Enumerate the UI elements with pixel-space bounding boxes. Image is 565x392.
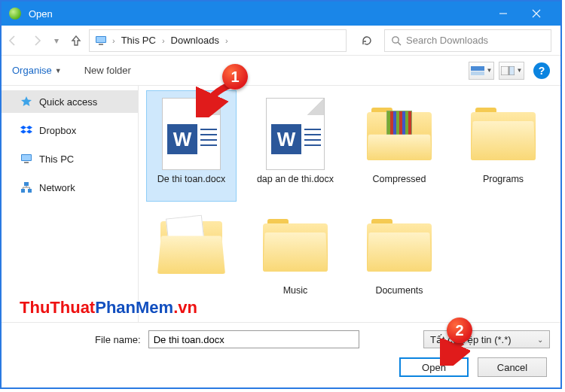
star-icon	[20, 95, 33, 108]
close-button[interactable]	[520, 2, 553, 26]
watermark: ThuThuatPhanMem.vn	[20, 298, 197, 318]
preview-pane-button[interactable]: ▼	[499, 62, 524, 80]
search-input[interactable]: Search Downloads	[384, 29, 551, 52]
minimize-button[interactable]	[487, 2, 520, 26]
svg-rect-5	[99, 44, 103, 45]
open-dialog: Open ▾ › This PC › Downloads › Search Do…	[2, 2, 560, 387]
forward-button[interactable]	[26, 29, 48, 52]
file-item[interactable]: Documents	[354, 202, 444, 313]
file-label: Compressed	[370, 172, 429, 187]
file-item[interactable]: Programs	[458, 90, 548, 202]
svg-rect-9	[471, 71, 484, 75]
file-item[interactable]	[146, 202, 237, 313]
sidebar-item-network[interactable]: Network	[2, 176, 138, 199]
up-button[interactable]	[65, 29, 87, 52]
annotation-badge-2: 2	[447, 318, 472, 343]
file-item[interactable]: W dap an de thi.docx	[250, 90, 341, 202]
chevron-down-icon: ▼	[517, 67, 523, 74]
file-grid: W De thi toan.docx W dap an de thi.docx …	[139, 86, 560, 322]
file-label: De thi toan.docx	[154, 172, 228, 187]
svg-rect-16	[21, 189, 25, 193]
chevron-right-icon: ›	[159, 36, 168, 45]
chevron-right-icon: ›	[222, 36, 231, 45]
sidebar-item-this-pc[interactable]: This PC	[2, 147, 138, 170]
organise-menu[interactable]: Organise ▼	[12, 65, 62, 76]
sidebar-item-quick-access[interactable]: Quick access	[2, 90, 138, 113]
svg-line-7	[398, 42, 401, 45]
folder-icon	[365, 207, 434, 284]
folder-icon	[469, 96, 538, 172]
svg-rect-14	[24, 162, 29, 163]
sidebar-item-label: This PC	[39, 153, 74, 165]
network-icon	[20, 181, 33, 194]
help-button[interactable]: ?	[533, 62, 550, 79]
file-label: Music	[280, 284, 311, 299]
annotation-arrow-2	[440, 339, 470, 366]
svg-rect-17	[28, 189, 32, 193]
file-name-label: File name:	[95, 334, 141, 345]
titlebar: Open	[2, 2, 560, 26]
nav-row: ▾ › This PC › Downloads › Search Downloa…	[2, 26, 560, 56]
folder-icon	[261, 207, 330, 284]
svg-rect-10	[501, 66, 508, 75]
search-icon	[391, 35, 402, 46]
search-placeholder: Search Downloads	[406, 35, 488, 46]
app-icon	[9, 8, 21, 20]
cancel-button[interactable]: Cancel	[478, 357, 547, 377]
svg-rect-15	[24, 182, 29, 186]
pc-icon	[94, 34, 108, 47]
file-item[interactable]: Music	[250, 202, 341, 313]
svg-rect-4	[96, 37, 105, 42]
file-label: Programs	[480, 172, 527, 187]
sidebar-item-dropbox[interactable]: Dropbox	[2, 119, 138, 141]
pc-icon	[20, 152, 33, 166]
window-title: Open	[29, 8, 487, 20]
dropbox-icon	[20, 123, 33, 137]
svg-rect-11	[509, 66, 515, 75]
view-mode-button[interactable]: ▼	[469, 62, 494, 80]
svg-point-6	[392, 36, 399, 42]
sidebar: Quick access Dropbox This PC Network	[2, 86, 139, 322]
back-button[interactable]	[2, 29, 24, 52]
chevron-down-icon: ▼	[487, 67, 493, 74]
sidebar-item-label: Network	[39, 182, 75, 193]
breadcrumb-root[interactable]: This PC	[118, 35, 159, 46]
toolbar: Organise ▼ New folder ▼ ▼ ?	[2, 56, 560, 86]
sidebar-item-label: Quick access	[39, 96, 97, 108]
compressed-folder-icon	[365, 96, 434, 172]
history-dropdown-icon[interactable]: ▾	[50, 35, 63, 46]
chevron-down-icon: ⌄	[537, 336, 543, 344]
breadcrumb-folder[interactable]: Downloads	[168, 35, 222, 46]
file-label: dap an de thi.docx	[254, 172, 337, 187]
footer: File name: Tất cả Tệp tin (*.*) ⌄ Open C…	[2, 322, 560, 387]
file-name-input[interactable]	[148, 330, 359, 348]
word-document-icon: W	[261, 96, 330, 172]
file-label	[188, 284, 194, 287]
new-folder-button[interactable]: New folder	[84, 65, 131, 76]
chevron-down-icon: ▼	[55, 67, 62, 74]
svg-rect-13	[22, 155, 31, 160]
annotation-badge-1: 1	[222, 64, 248, 90]
svg-rect-8	[471, 66, 484, 71]
file-item[interactable]: Compressed	[354, 90, 444, 202]
open-folder-icon	[157, 207, 226, 284]
refresh-button[interactable]	[356, 29, 378, 52]
file-label: Documents	[372, 284, 426, 299]
sidebar-item-label: Dropbox	[39, 125, 76, 136]
chevron-right-icon: ›	[109, 36, 118, 45]
breadcrumb[interactable]: › This PC › Downloads ›	[89, 29, 347, 52]
